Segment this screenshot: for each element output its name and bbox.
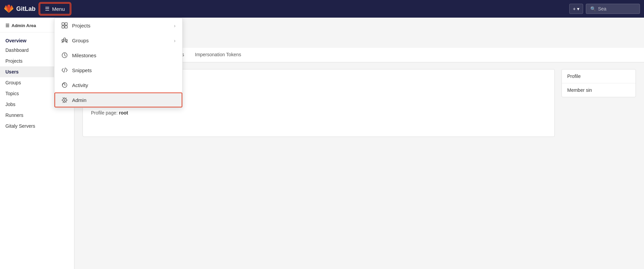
svg-point-4 bbox=[64, 38, 66, 40]
tab-impersonation-tokens[interactable]: Impersonation Tokens bbox=[189, 48, 247, 62]
gitlab-logo[interactable]: GitLab bbox=[4, 4, 36, 14]
add-button[interactable]: + ▾ bbox=[569, 4, 583, 14]
activity-icon bbox=[61, 82, 68, 88]
dropdown-milestones-label: Milestones bbox=[72, 53, 96, 58]
info-row-member-since: Member sin bbox=[562, 83, 636, 97]
search-icon: 🔍 bbox=[590, 6, 596, 12]
sidebar-item-runners[interactable]: Runners bbox=[0, 110, 74, 121]
plus-icon: + bbox=[573, 6, 576, 12]
info-box: Profile Member sin bbox=[561, 69, 636, 97]
sidebar-header-text: Admin Area bbox=[12, 23, 36, 28]
topnav-right: + ▾ 🔍 Sea bbox=[569, 4, 640, 14]
info-row-profile: Profile bbox=[562, 69, 636, 83]
dropdown-item-admin[interactable]: Admin bbox=[54, 92, 182, 107]
chevron-right-icon: › bbox=[174, 23, 176, 28]
profile-label: Profile bbox=[567, 74, 581, 79]
dropdown-snippets-label: Snippets bbox=[72, 67, 92, 73]
gitlab-logo-text: GitLab bbox=[16, 5, 36, 13]
menu-label: Menu bbox=[52, 6, 65, 12]
dropdown-item-groups[interactable]: Groups › bbox=[54, 33, 182, 48]
member-since-label: Member sin bbox=[567, 87, 592, 93]
svg-point-5 bbox=[62, 40, 64, 41]
search-placeholder: Sea bbox=[598, 6, 606, 12]
chevron-icon: ▾ bbox=[577, 6, 579, 12]
dropdown-item-snippets[interactable]: Snippets bbox=[54, 63, 182, 78]
top-navigation: GitLab ☰ Menu + ▾ 🔍 Sea bbox=[0, 0, 644, 18]
snippets-icon bbox=[61, 67, 68, 74]
right-panel: Profile Member sin bbox=[561, 69, 636, 137]
svg-rect-2 bbox=[62, 26, 64, 28]
sidebar-icon: ☰ bbox=[5, 23, 9, 28]
svg-point-6 bbox=[66, 40, 68, 41]
dropdown-admin-label: Admin bbox=[72, 97, 87, 103]
menu-button[interactable]: ☰ Menu bbox=[40, 3, 70, 15]
dropdown-menu: Projects › Groups › Milestones Snippets … bbox=[54, 18, 183, 108]
dropdown-item-projects[interactable]: Projects › bbox=[54, 18, 182, 33]
groups-icon bbox=[61, 37, 68, 44]
dropdown-activity-label: Activity bbox=[72, 82, 88, 88]
hamburger-icon: ☰ bbox=[45, 6, 49, 12]
dropdown-projects-label: Projects bbox=[72, 23, 90, 28]
profile-page-value: root bbox=[119, 110, 128, 116]
admin-icon bbox=[61, 97, 68, 103]
projects-icon bbox=[61, 22, 68, 29]
sidebar-item-gitaly[interactable]: Gitaly Servers bbox=[0, 121, 74, 131]
svg-rect-3 bbox=[65, 26, 67, 28]
svg-rect-0 bbox=[62, 23, 64, 25]
dropdown-item-milestones[interactable]: Milestones bbox=[54, 48, 182, 63]
svg-point-8 bbox=[64, 100, 65, 101]
chevron-right-icon-groups: › bbox=[174, 38, 176, 43]
dropdown-item-activity[interactable]: Activity bbox=[54, 78, 182, 92]
svg-rect-1 bbox=[65, 23, 67, 25]
search-box[interactable]: 🔍 Sea bbox=[586, 4, 640, 14]
profile-page-text: Profile page: root bbox=[91, 110, 546, 116]
profile-page-label: Profile page: bbox=[91, 110, 119, 116]
milestones-icon bbox=[61, 52, 68, 59]
dropdown-groups-label: Groups bbox=[72, 38, 89, 43]
